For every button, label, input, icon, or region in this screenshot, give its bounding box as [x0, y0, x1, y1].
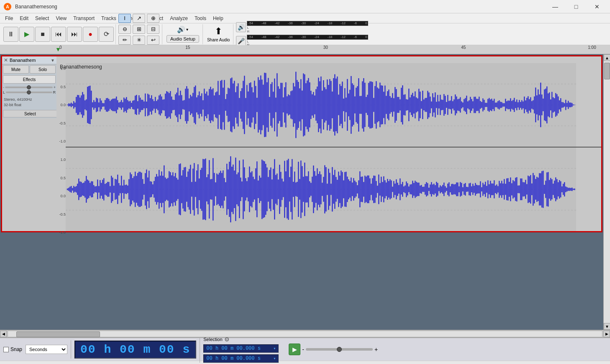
maximize-button[interactable]: □ [566, 0, 586, 13]
waveform-channel2[interactable] [66, 148, 576, 231]
menu-tools[interactable]: Tools [191, 15, 210, 22]
tools-group: I ↗ ⊕ ⊖ ⊞ ⊟ ✏ ✳ ↩ ↪ [117, 24, 162, 44]
select-tool-button[interactable]: I [118, 14, 131, 23]
pause-button[interactable]: ⏸ [3, 27, 18, 42]
title-bar: A Bananathemesong — □ ✕ [0, 0, 610, 13]
menu-file[interactable]: File [2, 15, 16, 22]
waveform-area: Bananathemesong 1.0 0.5 0.0 -0.5 -1.0 1.… [56, 63, 601, 231]
track-info-bit: 32-bit float [4, 102, 55, 108]
envelope-tool-button[interactable]: ↗ [133, 14, 145, 23]
empty-track-area [0, 233, 603, 267]
track-info: Stereo, 44100Hz 32-bit float [3, 96, 56, 108]
pan-slider-row: L R [3, 90, 56, 94]
skip-end-button[interactable]: ⏭ [67, 27, 82, 42]
draw-tool-button[interactable]: ✏ [118, 36, 131, 45]
timeline-ruler: ▼ 0 15 30 45 1:00 [0, 45, 610, 54]
gain-minus-label: - [3, 85, 4, 89]
minimize-button[interactable]: — [546, 0, 565, 13]
playback-speed-group: ▶ - + [285, 344, 381, 355]
snap-checkbox[interactable] [3, 347, 9, 352]
solo-button[interactable]: Solo [30, 65, 56, 74]
record-button[interactable]: ● [83, 27, 98, 42]
zoom-in-button[interactable]: ⊕ [147, 14, 159, 23]
gain-plus-label: + [54, 85, 56, 89]
gain-thumb[interactable] [27, 85, 31, 89]
ruler-track[interactable]: 0 15 30 45 1:00 [59, 45, 610, 54]
vertical-scrollbar[interactable]: ▲ ▼ [603, 54, 610, 330]
share-audio-label[interactable]: Share Audio [207, 38, 230, 42]
pan-left-label: L [3, 90, 5, 94]
track-info-stereo: Stereo, 44100Hz [4, 97, 55, 102]
stop-button[interactable]: ■ [35, 27, 50, 42]
pan-slider[interactable] [6, 92, 52, 93]
mute-button[interactable]: Mute [3, 65, 29, 74]
audio-setup-button[interactable]: Audio Setup [167, 35, 199, 43]
record-meter-icon[interactable]: 🎤 [236, 36, 246, 46]
share-icon: ⬆ [215, 26, 222, 37]
track-collapse-button[interactable]: ▼ [51, 58, 55, 63]
vscroll-down-button[interactable]: ▼ [604, 323, 610, 330]
hscroll-left-button[interactable]: ◀ [0, 331, 7, 337]
volume-arrow: ▾ [186, 27, 188, 32]
skip-start-button[interactable]: ⏮ [51, 27, 66, 42]
menu-tracks[interactable]: Tracks [98, 15, 120, 22]
app-title: Bananathemesong [15, 4, 546, 10]
mute-solo-row: Mute Solo [3, 65, 56, 74]
window-controls: — □ ✕ [546, 0, 607, 13]
menu-select[interactable]: Select [32, 15, 52, 22]
time-display: 00 h 00 m 00 s [74, 341, 196, 359]
sel-time1-value: 00 h 00 m 00.000 s [206, 346, 261, 351]
sel-time2-arrow: ▾ [273, 356, 276, 361]
waveform-channel1[interactable] [66, 63, 576, 147]
menu-analyze[interactable]: Analyze [167, 15, 191, 22]
play-small-button[interactable]: ▶ [289, 344, 300, 355]
gain-slider-row: - + [3, 85, 56, 89]
track-header: ✕ Bananathem ▼ Mute Solo Effects - [2, 56, 56, 118]
speed-slider[interactable] [306, 348, 373, 351]
ruler-mark-15: 15 [185, 45, 190, 50]
speed-plus-label: + [374, 346, 378, 353]
playback-meter-icon[interactable]: 🔊 [236, 22, 246, 32]
undo-button[interactable]: ↩ [147, 36, 159, 45]
pan-thumb[interactable] [27, 90, 31, 94]
selection-end-time: 00 h 00 m 00.000 s ▾ [203, 354, 279, 363]
menu-view[interactable]: View [52, 15, 70, 22]
menu-transport[interactable]: Transport [70, 15, 98, 22]
track-close-button[interactable]: ✕ [4, 57, 8, 63]
hscroll-right-button[interactable]: ▶ [603, 331, 610, 337]
y-axis-1: 1.0 0.5 0.0 -0.5 -1.0 [57, 63, 66, 147]
loop-button[interactable]: ⟳ [99, 27, 114, 42]
playback-vu-meter: -54 -48 -42 -36 -30 -24 -18 -12 -6 0 [247, 21, 368, 26]
speed-slider-thumb[interactable] [337, 347, 342, 352]
ruler-mark-30: 30 [323, 45, 328, 50]
zoom-fit-button[interactable]: ⊞ [133, 25, 145, 34]
zoom-out-button[interactable]: ⊖ [118, 25, 131, 34]
close-button[interactable]: ✕ [587, 0, 607, 13]
track-controls: Mute Solo Effects - + L [2, 64, 56, 109]
vscroll-track[interactable] [604, 61, 610, 323]
zoom-sel-button[interactable]: ⊟ [147, 25, 159, 34]
select-button[interactable]: Select [3, 110, 57, 117]
play-button[interactable]: ▶ [19, 27, 34, 42]
seconds-select[interactable]: Seconds [26, 345, 67, 354]
gain-slider[interactable] [5, 87, 53, 88]
y-axis-2: 1.0 0.5 0.0 -0.5 -1.0 [57, 154, 66, 238]
sel-time1-arrow: ▾ [273, 346, 276, 351]
vscroll-up-button[interactable]: ▲ [604, 54, 610, 61]
vu-meters-group: 🔊 -54 -48 -42 -36 -30 -24 -18 -12 -6 0 [234, 24, 370, 44]
status-bar: Stopped. [0, 361, 610, 364]
multi-tool-button[interactable]: ✳ [133, 36, 145, 45]
playback-lr-label: LR [247, 26, 368, 34]
hscroll-thumb[interactable] [16, 331, 100, 337]
main-content: ✕ Bananathem ▼ Mute Solo Effects - [0, 54, 610, 330]
pan-right-label: R [53, 90, 56, 94]
selection-group: Selection ⚙ 00 h 00 m 00.000 s ▾ 00 h 00… [200, 336, 282, 363]
vscroll-thumb[interactable] [604, 63, 610, 79]
horizontal-scrollbar[interactable] [8, 331, 602, 337]
effects-button[interactable]: Effects [3, 75, 56, 84]
track-panel: ✕ Bananathem ▼ Mute Solo Effects - [1, 55, 602, 232]
menu-edit[interactable]: Edit [16, 15, 32, 22]
track-container: ✕ Bananathem ▼ Mute Solo Effects - [0, 54, 603, 330]
menu-help[interactable]: Help [210, 15, 227, 22]
record-vu-meter: -54 -48 -42 -36 -30 -24 -18 -12 -6 0 [247, 35, 368, 40]
